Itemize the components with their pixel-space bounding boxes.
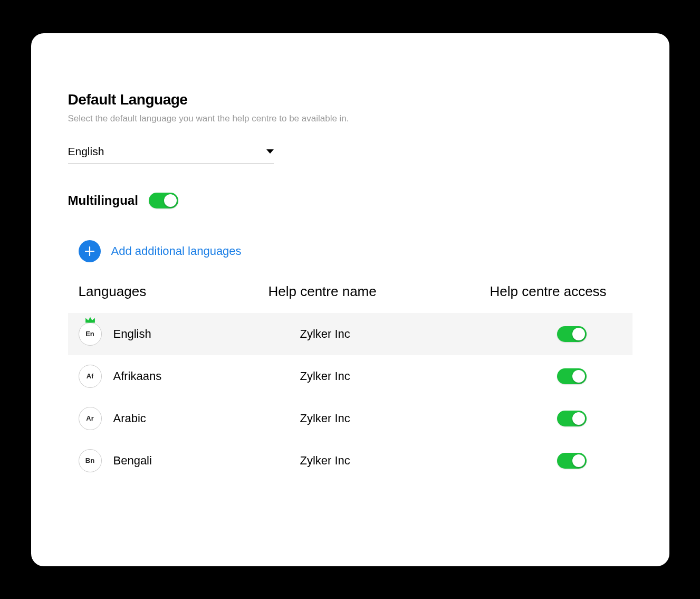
settings-card: Default Language Select the default lang… [31, 33, 669, 566]
language-code-badge: En [79, 322, 102, 346]
language-code-badge: Af [79, 365, 102, 388]
table-row: Ar Arabic Zylker Inc [68, 397, 632, 440]
language-code-badge-wrap: Af [79, 365, 102, 388]
table-header-row: Languages Help centre name Help centre a… [68, 283, 632, 313]
toggle-knob [572, 454, 585, 467]
access-toggle[interactable] [557, 326, 587, 342]
default-language-value: English [68, 145, 104, 158]
header-languages: Languages [79, 283, 269, 300]
add-languages-button[interactable]: Add additional languages [79, 240, 632, 262]
table-row: Af Afrikaans Zylker Inc [68, 355, 632, 397]
caret-down-icon [266, 149, 274, 154]
table-row: En English Zylker Inc [68, 313, 632, 355]
multilingual-row: Multilingual [68, 193, 632, 208]
cell-help-centre-access [490, 411, 622, 426]
toggle-knob [572, 370, 585, 383]
cell-language: Ar Arabic [79, 407, 269, 430]
language-code-badge-wrap: En [79, 322, 102, 346]
access-toggle[interactable] [557, 368, 587, 384]
multilingual-toggle[interactable] [149, 193, 178, 208]
crown-icon [84, 316, 96, 325]
default-language-select[interactable]: English [68, 145, 274, 164]
multilingual-label: Multilingual [68, 193, 138, 208]
default-language-description: Select the default language you want the… [68, 113, 632, 124]
cell-language: Bn Bengali [79, 449, 269, 472]
cell-help-centre-name: Zylker Inc [269, 369, 490, 383]
language-code-badge: Bn [79, 449, 102, 472]
cell-help-centre-access [490, 368, 622, 384]
cell-language: Af Afrikaans [79, 365, 269, 388]
cell-help-centre-access [490, 453, 622, 469]
header-help-centre-access: Help centre access [490, 283, 622, 300]
cell-help-centre-name: Zylker Inc [269, 327, 490, 341]
language-code-badge-wrap: Bn [79, 449, 102, 472]
cell-language: En English [79, 322, 269, 346]
toggle-knob [572, 328, 585, 340]
cell-help-centre-name: Zylker Inc [269, 454, 490, 468]
header-help-centre-name: Help centre name [269, 283, 490, 300]
table-row: Bn Bengali Zylker Inc [68, 440, 632, 482]
language-name: English [113, 327, 151, 341]
language-name: Afrikaans [113, 369, 162, 383]
toggle-knob [572, 412, 585, 425]
access-toggle[interactable] [557, 453, 587, 469]
languages-table: Languages Help centre name Help centre a… [68, 283, 632, 482]
toggle-knob [164, 194, 177, 207]
plus-icon [79, 240, 101, 262]
default-language-title: Default Language [68, 91, 632, 108]
language-name: Arabic [113, 412, 146, 425]
add-languages-label: Add additional languages [111, 244, 242, 258]
language-name: Bengali [113, 454, 152, 468]
cell-help-centre-name: Zylker Inc [269, 412, 490, 425]
language-code-badge-wrap: Ar [79, 407, 102, 430]
language-code-badge: Ar [79, 407, 102, 430]
access-toggle[interactable] [557, 411, 587, 426]
cell-help-centre-access [490, 326, 622, 342]
